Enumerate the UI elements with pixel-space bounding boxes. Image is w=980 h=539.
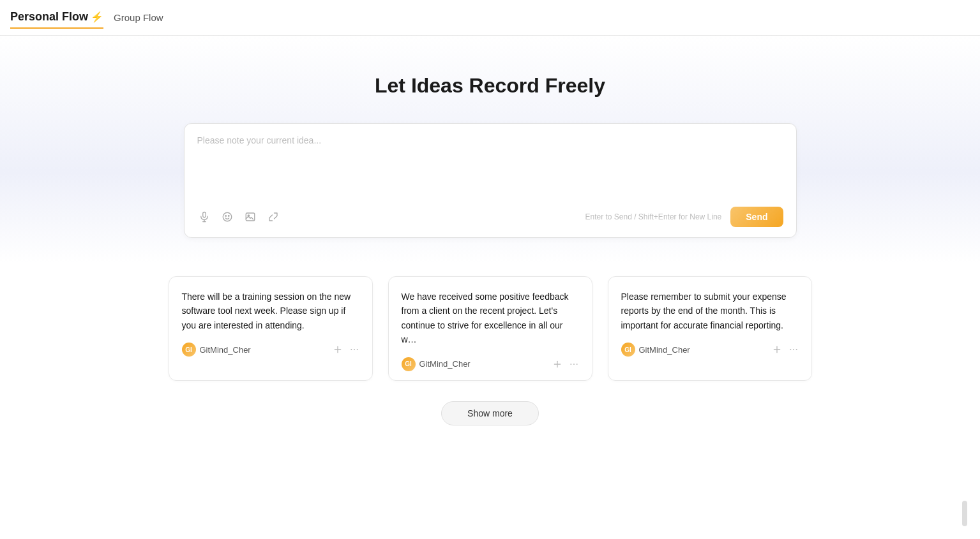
card-text: We have received some positive feedback … [402, 290, 579, 347]
more-options-icon[interactable] [569, 359, 579, 369]
author-name: GitMind_Cher [419, 359, 471, 369]
mic-icon[interactable] [197, 210, 211, 224]
card-text: Please remember to submit your expense r… [621, 290, 799, 332]
expand-icon[interactable] [266, 210, 280, 224]
idea-textarea[interactable] [197, 134, 783, 198]
send-button[interactable]: Send [730, 207, 783, 227]
shortcut-hint: Enter to Send / Shift+Enter for New Line [585, 212, 721, 221]
cards-row: There will be a training session on the … [171, 276, 810, 381]
svg-point-22 [795, 349, 797, 350]
idea-card: Please remember to submit your expense r… [608, 276, 812, 381]
add-to-mind-map-icon[interactable] [552, 359, 562, 369]
image-icon[interactable] [243, 210, 257, 224]
personal-flow-label: Personal Flow [10, 10, 88, 24]
group-flow-label: Group Flow [114, 12, 163, 23]
toolbar-right: Enter to Send / Shift+Enter for New Line… [585, 207, 783, 227]
svg-point-16 [573, 364, 575, 365]
svg-point-12 [356, 349, 358, 350]
author-name: GitMind_Cher [639, 345, 690, 355]
svg-point-3 [223, 212, 232, 221]
svg-point-17 [576, 364, 577, 365]
card-footer: GI GitMind_Cher [402, 357, 579, 371]
more-options-icon[interactable] [788, 344, 799, 355]
author-name: GitMind_Cher [200, 345, 251, 355]
nav-group-flow[interactable]: Group Flow [114, 8, 163, 27]
svg-point-10 [351, 349, 352, 350]
card-author: GI GitMind_Cher [402, 357, 471, 371]
card-author: GI GitMind_Cher [182, 343, 251, 357]
cards-section: There will be a training session on the … [0, 263, 980, 451]
scroll-indicator [962, 501, 967, 526]
add-to-mind-map-icon[interactable] [333, 344, 343, 355]
author-avatar: GI [182, 343, 196, 357]
card-actions [333, 344, 359, 355]
author-avatar: GI [402, 357, 416, 371]
input-toolbar: Enter to Send / Shift+Enter for New Line… [197, 207, 783, 227]
svg-point-21 [793, 349, 794, 350]
idea-card: There will be a training session on the … [169, 276, 373, 381]
card-footer: GI GitMind_Cher [182, 343, 359, 357]
card-text: There will be a training session on the … [182, 290, 359, 332]
svg-point-20 [790, 349, 791, 350]
hero-title: Let Ideas Record Freely [375, 74, 605, 98]
emoji-icon[interactable] [220, 210, 234, 224]
svg-rect-0 [202, 212, 206, 218]
card-author: GI GitMind_Cher [621, 343, 690, 357]
lightning-icon: ⚡ [91, 11, 103, 23]
svg-point-5 [228, 216, 229, 217]
show-more-wrap: Show more [441, 401, 539, 425]
show-more-button[interactable]: Show more [441, 401, 539, 425]
hero-section: Let Ideas Record Freely [0, 36, 980, 263]
card-actions [772, 344, 799, 355]
nav-personal-flow[interactable]: Personal Flow ⚡ [10, 6, 103, 29]
add-to-mind-map-icon[interactable] [772, 344, 782, 355]
card-footer: GI GitMind_Cher [621, 343, 799, 357]
svg-point-4 [225, 216, 227, 217]
svg-point-11 [354, 349, 355, 350]
more-options-icon[interactable] [349, 344, 359, 355]
card-actions [552, 359, 579, 369]
author-avatar: GI [621, 343, 635, 357]
svg-point-15 [570, 364, 571, 365]
nav-bar: Personal Flow ⚡ Group Flow [0, 0, 980, 36]
input-card: Enter to Send / Shift+Enter for New Line… [184, 123, 797, 238]
idea-card: We have received some positive feedback … [388, 276, 592, 381]
toolbar-left [197, 210, 280, 224]
